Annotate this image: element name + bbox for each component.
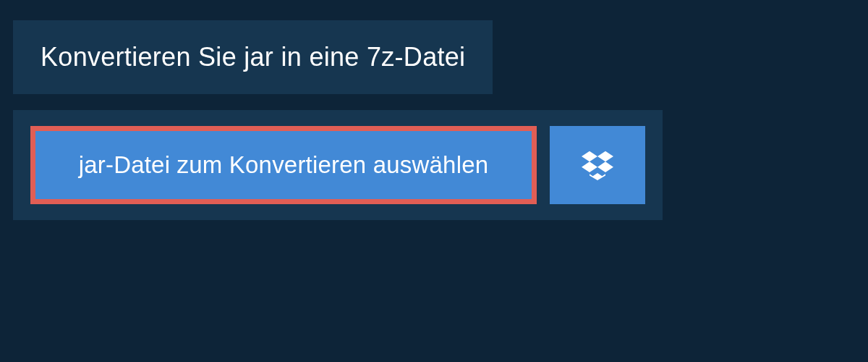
page-header: Konvertieren Sie jar in eine 7z-Datei	[13, 20, 493, 94]
dropbox-icon	[582, 148, 613, 182]
select-file-button[interactable]: jar-Datei zum Konvertieren auswählen	[30, 126, 537, 204]
dropbox-button[interactable]	[550, 126, 645, 204]
upload-panel: jar-Datei zum Konvertieren auswählen	[13, 110, 663, 220]
page-title: Konvertieren Sie jar in eine 7z-Datei	[41, 42, 465, 72]
